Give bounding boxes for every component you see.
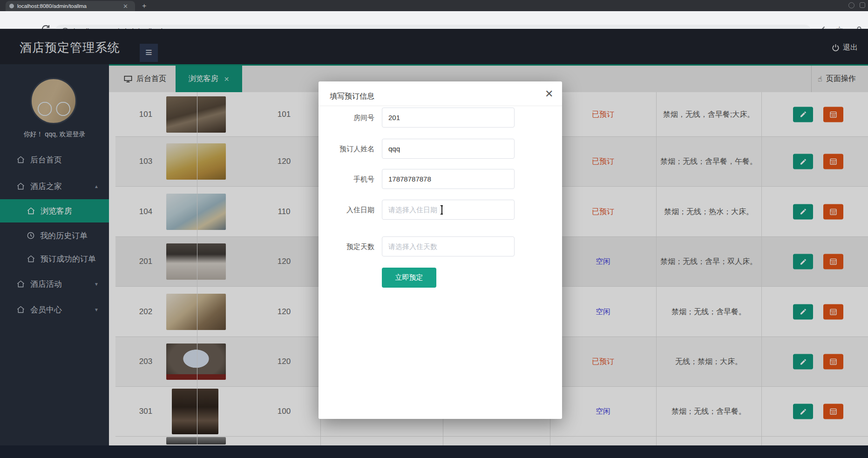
form-row: 预订人姓名 [319, 139, 562, 159]
days-input[interactable] [382, 236, 515, 256]
form-row: 手机号 [319, 169, 562, 189]
form-row: 入住日期 [319, 200, 562, 220]
new-tab-button[interactable]: ＋ [141, 1, 148, 10]
room-number-input[interactable] [382, 108, 515, 128]
browser-tabstrip: localhost:8080/admin/toallma ✕ ＋ [0, 0, 868, 11]
form-row: 房间号 [319, 108, 562, 128]
guest-name-input[interactable] [382, 139, 515, 159]
field-label: 手机号 [319, 169, 374, 189]
field-label: 入住日期 [319, 200, 374, 220]
divider [319, 106, 562, 106]
window-icon[interactable] [860, 2, 865, 8]
booking-modal: 填写预订信息 ✕ 房间号 预订人姓名 手机号 入住日期 预定天数 立即预定 [319, 81, 562, 419]
checkin-date-input[interactable] [382, 200, 515, 220]
phone-input[interactable] [382, 169, 515, 189]
profile-circle-icon[interactable] [848, 2, 854, 8]
field-label: 房间号 [319, 108, 374, 128]
favicon [9, 4, 14, 8]
browser-toolbar: ← → localhost:8080/admin/toallmain ☆ [0, 11, 868, 29]
browser-tab-title: localhost:8080/admin/toallma [17, 3, 120, 9]
browser-tab[interactable]: localhost:8080/admin/toallma ✕ [6, 1, 135, 11]
screen: localhost:8080/admin/toallma ✕ ＋ ← → loc… [0, 0, 868, 458]
modal-close-icon[interactable]: ✕ [545, 88, 553, 100]
tab-close-icon[interactable]: ✕ [123, 3, 128, 10]
field-label: 预订人姓名 [319, 139, 374, 159]
field-label: 预定天数 [319, 236, 374, 256]
form-row: 预定天数 [319, 236, 562, 256]
modal-title: 填写预订信息 [330, 92, 374, 101]
submit-booking-button[interactable]: 立即预定 [382, 268, 436, 288]
